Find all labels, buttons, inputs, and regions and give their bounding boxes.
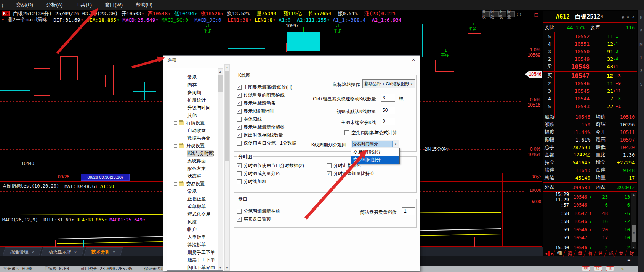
tree-item[interactable]: − → 期货手工下单 (167, 248, 218, 256)
tree-item[interactable]: − → K线与分时图 (167, 150, 218, 157)
depth-price[interactable]: 10551 (555, 41, 590, 47)
tree-expander-icon[interactable]: − (174, 144, 177, 148)
checkbox-row[interactable]: ✓ 分时图叠加量比持仓 (327, 170, 414, 178)
checkbox-row[interactable]: ✓ 分时线加粗 (237, 178, 347, 186)
workspace-tab[interactable]: 综合管理 × (3, 247, 42, 256)
tree-item[interactable]: − → 股票手工下单 (167, 256, 218, 264)
content-scrollbar[interactable]: ▲ ▼ (224, 64, 230, 271)
depth-price[interactable]: 10544 (555, 96, 590, 102)
status-button[interactable]: 退 (606, 266, 614, 271)
tree-item[interactable]: − → 算法拆单 (167, 241, 218, 248)
workspace-tab[interactable]: 动态显示牌 × (41, 247, 85, 256)
checkbox[interactable]: ✓ (237, 85, 242, 90)
clock-icon[interactable]: ◷ (517, 11, 521, 17)
depth-row[interactable]: 卖 10548 43 +1 (544, 63, 620, 70)
depth-row[interactable]: 2 10549 32 -4 (544, 55, 620, 63)
checkbox-row[interactable]: ✓ 买卖盘口置顶 (237, 215, 347, 223)
tree-item[interactable]: − → 外观设置 (167, 142, 218, 150)
depth-price[interactable]: 10549 (555, 56, 590, 62)
checkbox[interactable]: ✓ (327, 163, 332, 168)
scroll-down-icon[interactable]: ▼ (225, 265, 229, 270)
tree-item[interactable]: − → 自动收盘 (167, 127, 218, 134)
quote-tab[interactable]: 财 (626, 250, 637, 257)
wheel-combobox[interactable]: 翻动品种 + Ctrl缩放图形 ∨ (362, 79, 415, 88)
shortcut-glyph[interactable]: 3 (640, 69, 642, 73)
tree-item[interactable]: − → 数据与存储 (167, 134, 218, 142)
tree-item[interactable]: − → 内存 (167, 81, 218, 89)
close-icon[interactable]: × (410, 56, 417, 63)
checkbox[interactable]: ✓ (237, 93, 242, 98)
tree-scrollbar[interactable]: ▲ ▼ (218, 68, 223, 270)
shortcut-glyph[interactable]: B (640, 16, 642, 20)
depth-row[interactable]: 5 10552 11 -1 (544, 32, 620, 40)
tree-item[interactable]: − → 配色方案 (167, 165, 218, 172)
tab-close-icon[interactable]: × (113, 250, 115, 255)
period-badge[interactable]: K▾ (2, 11, 10, 16)
shortcut-glyph[interactable]: 1 (640, 56, 642, 60)
tick-scrollbar[interactable]: ▲ ≡ ▼ (631, 193, 636, 249)
tree-item[interactable]: − → 止损止盈 (167, 195, 218, 203)
checkbox[interactable]: ✓ (237, 101, 242, 106)
scroll-up-icon[interactable]: ▲ (631, 193, 636, 196)
checkbox[interactable]: ✓ (344, 130, 349, 135)
tree-item[interactable]: − → 程式化交易 (167, 210, 218, 218)
blank-count-input[interactable] (381, 118, 395, 125)
tab-close-icon[interactable]: × (32, 250, 34, 255)
tab-close-icon[interactable]: × (74, 250, 77, 255)
checkbox[interactable]: ✓ (237, 217, 242, 222)
tree-item[interactable]: − → 多周期 (167, 89, 218, 96)
status-button[interactable]: 送 (594, 266, 602, 271)
dropdown-option[interactable]: 交易时间划分 (351, 156, 399, 164)
tree-item[interactable]: − → 升级与时间 (167, 104, 218, 111)
rule-combobox[interactable]: 交易时间划分 ∨ (351, 140, 399, 148)
collapse-icon[interactable]: ∧ (632, 14, 634, 19)
scroll-up-icon[interactable]: ▲ (225, 65, 229, 70)
scroll-thumb[interactable] (225, 71, 229, 161)
menu-item[interactable]: 窗口(W) (105, 2, 123, 8)
tree-item[interactable]: − → 行情设置 (167, 119, 218, 127)
tab-prev-icon[interactable]: ◀ (544, 251, 549, 256)
depth-price[interactable]: 10548 (555, 63, 590, 70)
workspace-tab[interactable]: 技术分析 × (83, 247, 123, 256)
target-icon[interactable]: ◉ (622, 14, 624, 19)
depth-row[interactable]: 4 10551 12 -1 (544, 40, 620, 48)
depth-row[interactable]: 5 10543 22 +1 (544, 102, 623, 110)
depth-price[interactable]: 10550 (555, 49, 590, 54)
toolbar-button[interactable]: 限量 (507, 11, 515, 17)
depth-row[interactable]: 2 10546 11 +9 (544, 80, 623, 87)
checkbox[interactable]: ✓ (237, 125, 242, 130)
pencil-icon[interactable]: ✎ (621, 266, 624, 272)
initial-count-input[interactable] (381, 107, 395, 114)
checkbox[interactable]: ✓ (327, 171, 332, 176)
tree-item[interactable]: − → 扩展统计 (167, 96, 218, 104)
tree-item[interactable]: − → 交易设置 (167, 180, 218, 188)
tree-item[interactable]: − → 常规 (167, 188, 218, 195)
depth-price[interactable]: 10546 (555, 81, 590, 86)
checkbox[interactable]: ✓ (237, 171, 242, 176)
checkbox[interactable]: ✓ (237, 133, 242, 138)
depth-input[interactable] (402, 207, 415, 215)
status-button[interactable]: 结 (582, 266, 590, 271)
tree-item[interactable]: − → 风控 (167, 218, 218, 226)
scroll-thumb[interactable]: ≡ (632, 225, 636, 242)
depth-row[interactable]: 3 10550 91 -3 (544, 48, 620, 55)
menu-item[interactable]: 交易(O) (16, 2, 33, 8)
menu-item[interactable]: 分析(A) (46, 2, 62, 8)
tree-item[interactable]: − → 其他 (167, 111, 218, 119)
depth-row[interactable]: 3 10545 21 +11 (544, 87, 623, 95)
tree-item[interactable]: − → 状态栏 (167, 172, 218, 180)
depth-price[interactable]: 10545 (555, 88, 590, 94)
depth-price[interactable]: 10547 (555, 72, 590, 80)
checkbox[interactable]: ✓ (237, 209, 242, 214)
scroll-thumb[interactable] (218, 75, 223, 92)
panel-toggle-icon[interactable]: ❐ (534, 13, 538, 18)
checkbox[interactable]: ✓ (237, 179, 242, 184)
shortcut-glyph[interactable]: M (639, 42, 642, 46)
tree-expander-icon[interactable]: − (174, 121, 177, 125)
depth-price[interactable]: 10543 (555, 103, 590, 109)
tree-item[interactable]: − → 追单撤单 (167, 203, 218, 210)
move-count-input[interactable] (381, 94, 395, 102)
blank-period-checkbox-row[interactable]: ✓ 空余周期参与公式计算 (344, 130, 397, 136)
tree-expander-icon[interactable]: − (174, 182, 177, 186)
menu-item[interactable]: 帮助(H) (136, 2, 152, 8)
